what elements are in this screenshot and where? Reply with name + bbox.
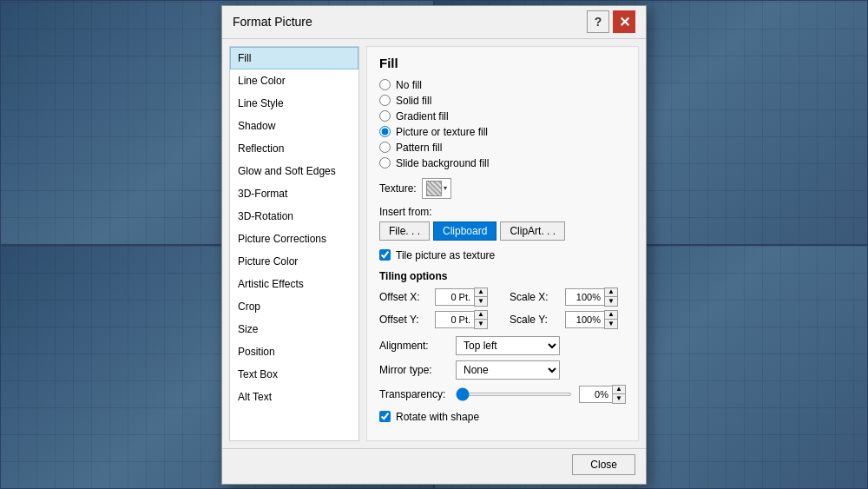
- offset-y-down-button[interactable]: ▼: [475, 320, 487, 328]
- insert-file-button[interactable]: File. . .: [379, 221, 430, 241]
- nav-item-3d-format[interactable]: 3D-Format: [230, 182, 358, 205]
- transparency-up-button[interactable]: ▲: [613, 386, 625, 394]
- offset-y-spinner-buttons: ▲ ▼: [474, 310, 488, 329]
- rotate-checkbox-row: Rotate with shape: [379, 411, 626, 423]
- scale-y-up-button[interactable]: ▲: [605, 311, 617, 320]
- tiling-title: Tiling options: [379, 270, 626, 282]
- transparency-spinner: ▲ ▼: [579, 385, 626, 404]
- mirror-row: Mirror type: None Horizontal Vertical Bo…: [379, 360, 626, 380]
- offset-y-label: Offset Y:: [379, 314, 431, 326]
- mirror-label: Mirror type:: [379, 364, 449, 376]
- radio-group-fill: No fill Solid fill Gradient fill Picture…: [379, 79, 626, 169]
- scale-y-row: Scale Y: ▲ ▼: [510, 310, 626, 329]
- transparency-input[interactable]: [579, 386, 612, 403]
- offset-x-spinner-buttons: ▲ ▼: [474, 287, 488, 307]
- insert-clipboard-button[interactable]: Clipboard: [433, 221, 496, 241]
- rotate-checkbox-label[interactable]: Rotate with shape: [396, 411, 479, 423]
- transparency-label: Transparency:: [379, 388, 449, 400]
- scale-y-down-button[interactable]: ▼: [605, 320, 617, 328]
- nav-item-reflection[interactable]: Reflection: [230, 137, 358, 160]
- tile-checkbox[interactable]: [379, 249, 391, 261]
- mirror-select[interactable]: None Horizontal Vertical Both: [456, 360, 560, 380]
- scale-x-label: Scale X:: [510, 291, 562, 303]
- offset-y-spinner: ▲ ▼: [435, 310, 488, 329]
- nav-item-artistic-effects[interactable]: Artistic Effects: [230, 273, 358, 295]
- scale-x-down-button[interactable]: ▼: [605, 297, 617, 306]
- alignment-label: Alignment:: [379, 340, 449, 352]
- format-picture-dialog: Format Picture ? ✕ Fill Line Color Line …: [221, 5, 647, 485]
- scale-x-row: Scale X: ▲ ▼: [510, 287, 626, 307]
- transparency-spinner-buttons: ▲ ▼: [612, 385, 626, 404]
- nav-item-text-box[interactable]: Text Box: [230, 363, 358, 386]
- radio-pattern-fill[interactable]: Pattern fill: [379, 142, 626, 154]
- radio-picture-texture-fill[interactable]: Picture or texture fill: [379, 126, 626, 138]
- alignment-row: Alignment: Top left Top center Top right…: [379, 336, 626, 355]
- nav-item-size[interactable]: Size: [230, 318, 358, 340]
- nav-item-glow[interactable]: Glow and Soft Edges: [230, 160, 358, 182]
- insert-buttons: File. . . Clipboard ClipArt. . .: [379, 221, 626, 241]
- dialog-body: Fill Line Color Line Style Shadow Reflec…: [222, 39, 646, 448]
- scale-x-spinner: ▲ ▼: [565, 287, 618, 307]
- transparency-row: Transparency: ▲ ▼: [379, 385, 626, 404]
- tile-checkbox-label[interactable]: Tile picture as texture: [396, 249, 495, 261]
- titlebar-buttons: ? ✕: [587, 10, 635, 33]
- dialog-footer: Close: [222, 448, 646, 484]
- help-button[interactable]: ?: [587, 10, 609, 33]
- nav-item-3d-rotation[interactable]: 3D-Rotation: [230, 205, 358, 228]
- transparency-down-button[interactable]: ▼: [613, 394, 625, 403]
- scale-y-input[interactable]: [565, 311, 604, 328]
- radio-gradient-fill[interactable]: Gradient fill: [379, 110, 626, 122]
- nav-item-picture-color[interactable]: Picture Color: [230, 250, 358, 273]
- nav-list: Fill Line Color Line Style Shadow Reflec…: [229, 46, 359, 441]
- texture-chevron-icon: ▾: [444, 184, 447, 192]
- offset-x-row: Offset X: ▲ ▼: [379, 287, 496, 307]
- offset-y-row: Offset Y: ▲ ▼: [379, 310, 496, 329]
- offset-x-label: Offset X:: [379, 291, 431, 303]
- nav-item-picture-corrections[interactable]: Picture Corrections: [230, 228, 358, 250]
- transparency-slider-container: [456, 393, 572, 396]
- offset-y-input[interactable]: [435, 311, 474, 328]
- texture-preview: [426, 181, 442, 196]
- scale-y-spinner-buttons: ▲ ▼: [604, 310, 618, 329]
- close-x-button[interactable]: ✕: [613, 10, 635, 33]
- content-panel: Fill No fill Solid fill Gradient fill Pi…: [366, 46, 639, 441]
- tiling-grid: Offset X: ▲ ▼ Scale X:: [379, 287, 626, 329]
- texture-row: Texture: ▾: [379, 178, 626, 199]
- insert-clipart-button[interactable]: ClipArt. . .: [500, 221, 565, 241]
- nav-item-line-color[interactable]: Line Color: [230, 69, 358, 92]
- scale-x-spinner-buttons: ▲ ▼: [604, 287, 618, 307]
- alignment-select[interactable]: Top left Top center Top right Middle lef…: [456, 336, 560, 355]
- insert-from-label: Insert from:: [379, 206, 626, 218]
- dialog-title: Format Picture: [233, 15, 312, 29]
- texture-button[interactable]: ▾: [422, 178, 451, 199]
- rotate-checkbox[interactable]: [379, 411, 391, 422]
- section-title: Fill: [379, 56, 626, 70]
- tile-checkbox-row: Tile picture as texture: [379, 249, 626, 261]
- radio-no-fill[interactable]: No fill: [379, 79, 626, 91]
- nav-item-alt-text[interactable]: Alt Text: [230, 386, 358, 408]
- nav-item-fill[interactable]: Fill: [230, 47, 358, 69]
- offset-x-spinner: ▲ ▼: [435, 287, 488, 307]
- radio-solid-fill[interactable]: Solid fill: [379, 95, 626, 107]
- nav-item-crop[interactable]: Crop: [230, 295, 358, 318]
- tiling-section: Tiling options Offset X: ▲ ▼: [379, 270, 626, 329]
- dialog-backdrop: Format Picture ? ✕ Fill Line Color Line …: [0, 0, 868, 489]
- offset-x-up-button[interactable]: ▲: [475, 288, 487, 297]
- scale-x-up-button[interactable]: ▲: [605, 288, 617, 297]
- radio-slide-background-fill[interactable]: Slide background fill: [379, 157, 626, 169]
- nav-item-line-style[interactable]: Line Style: [230, 92, 358, 115]
- scale-x-input[interactable]: [565, 288, 604, 306]
- transparency-slider[interactable]: [456, 393, 572, 396]
- nav-item-position[interactable]: Position: [230, 340, 358, 363]
- offset-x-input[interactable]: [435, 288, 474, 306]
- close-button[interactable]: Close: [572, 454, 635, 475]
- scale-y-spinner: ▲ ▼: [565, 310, 618, 329]
- texture-label: Texture:: [379, 182, 417, 195]
- scale-y-label: Scale Y:: [510, 314, 562, 326]
- offset-y-up-button[interactable]: ▲: [475, 311, 487, 320]
- offset-x-down-button[interactable]: ▼: [475, 297, 487, 306]
- nav-item-shadow[interactable]: Shadow: [230, 115, 358, 137]
- dialog-titlebar: Format Picture ? ✕: [222, 6, 646, 39]
